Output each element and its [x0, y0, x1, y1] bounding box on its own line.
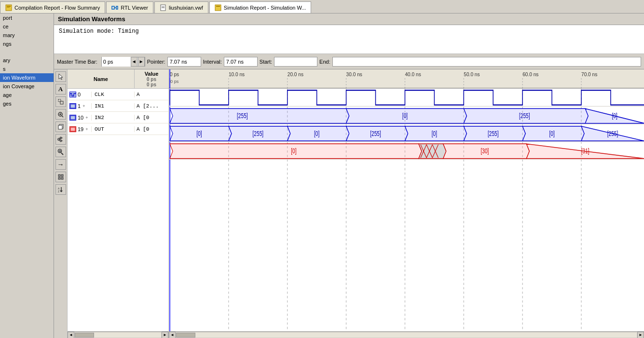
sidebar-item-ges[interactable]: ges [0, 99, 54, 108]
waveform-hscroll[interactable]: ◄ ► [169, 331, 644, 338]
svg-marker-72 [170, 108, 349, 123]
mode-area: Simulation mode: Timing [54, 25, 644, 54]
svg-rect-18 [58, 125, 62, 129]
out-expand[interactable]: + [85, 127, 88, 132]
svg-rect-3 [112, 6, 114, 9]
wave-hscroll-thumb[interactable] [176, 333, 195, 338]
svg-text:[0]: [0] [291, 147, 296, 155]
master-time-bar-label: Master Time Bar: [57, 59, 97, 65]
tab-rtl[interactable]: RTL Viewer [106, 1, 153, 13]
pointer-input[interactable] [167, 57, 201, 67]
sidebar-item-summary[interactable]: mary [0, 31, 54, 40]
content-area: Simulation Waveforms Simulation mode: Ti… [54, 14, 644, 338]
sort-az-btn[interactable]: A Z [55, 184, 66, 195]
arrow-down-btn[interactable]: → [55, 159, 66, 170]
sidebar-item-s[interactable]: s [0, 65, 54, 73]
end-label: End: [319, 59, 330, 65]
signal-row-in2[interactable]: 10 + IN2 A [0 [68, 112, 168, 123]
signal-index-clk: 0 [68, 92, 92, 97]
find-btn[interactable]: ⚙ [55, 147, 66, 157]
vwf-icon [160, 4, 166, 11]
tab-vwf[interactable]: liushuixian.vwf [154, 1, 208, 13]
in2-name: IN2 [92, 115, 135, 121]
out-icon [69, 126, 76, 132]
sidebar-item-ce[interactable]: ce [0, 22, 54, 31]
simulation-icon [215, 4, 221, 11]
hscroll-left-btn[interactable]: ◄ [68, 332, 74, 338]
copy-btn[interactable] [55, 122, 66, 132]
start-label: Start: [260, 59, 272, 65]
svg-text:Z: Z [58, 190, 59, 193]
sidebar-item-ary[interactable]: ary [0, 56, 54, 65]
sidebar-item-coverage[interactable]: ion Coverage [0, 82, 54, 91]
hscroll-right-btn[interactable]: ► [162, 332, 168, 338]
sidebar-item-waveform[interactable]: ion Waveform [0, 73, 54, 82]
in1-expand[interactable]: + [82, 104, 85, 108]
svg-rect-9 [215, 5, 221, 11]
svg-text:60.0 ns: 60.0 ns [522, 72, 538, 77]
tab-compilation[interactable]: Compilation Report - Flow Summary [0, 1, 105, 13]
svg-rect-39 [70, 116, 75, 120]
in1-icon [69, 103, 76, 109]
interval-input[interactable] [224, 57, 258, 67]
interval-label: Interval: [203, 59, 222, 65]
svg-rect-5 [116, 6, 118, 9]
signal-index-in2: 10 + [68, 115, 92, 121]
zoom-in-btn[interactable] [55, 109, 66, 120]
svg-text:[0]: [0] [402, 111, 408, 120]
waveform-display: 0 ps 10.0 ns 20.0 ns 30.0 ns 40.0 ns [169, 69, 644, 338]
signal-index-out: 19 + [68, 126, 92, 132]
grid-btn[interactable] [55, 172, 66, 182]
svg-text:⚙: ⚙ [59, 150, 61, 153]
time-prev-btn[interactable]: ◄ [131, 57, 137, 67]
vertical-toolbar: A [54, 69, 68, 338]
svg-text:50.0 ns: 50.0 ns [464, 72, 480, 77]
selection-tool-btn[interactable] [55, 96, 66, 107]
signal-row-out[interactable]: 19 + OUT A [0 [68, 123, 168, 135]
sim-waveforms-title: Simulation Waveforms [54, 14, 644, 25]
svg-rect-2 [7, 7, 10, 8]
group-btn[interactable] [55, 134, 66, 145]
in2-expand[interactable]: + [85, 115, 88, 120]
end-input[interactable] [332, 57, 641, 67]
signal-rows: 0 CLK A 1 + IN1 [68, 89, 168, 331]
sidebar-item-report[interactable]: port [0, 14, 54, 22]
svg-text:[255]: [255] [370, 129, 381, 137]
tab-simulation[interactable]: Simulation Report - Simulation W... [209, 1, 312, 13]
svg-rect-30 [61, 175, 63, 176]
svg-text:[255]: [255] [488, 129, 499, 137]
svg-text:[255]: [255] [519, 111, 530, 120]
svg-text:30.0 ns: 30.0 ns [346, 72, 362, 77]
signal-header-name-col: Name [68, 69, 135, 88]
svg-line-27 [61, 153, 63, 155]
cursor-tool-btn[interactable] [55, 71, 66, 82]
wave-hscroll-left[interactable]: ◄ [169, 332, 176, 338]
svg-text:0 ps: 0 ps [170, 72, 179, 77]
compilation-icon [5, 4, 12, 11]
svg-text:70.0 ns: 70.0 ns [581, 72, 597, 77]
main-layout: port ce mary ngs ary s ion Waveform ion … [0, 14, 644, 338]
clk-value: A [135, 92, 168, 97]
time-next-btn[interactable]: ► [138, 57, 145, 67]
waveform-waves: [255] [0] [255] [0] [ [169, 89, 644, 331]
signal-panel-hscroll[interactable]: ◄ ► [68, 331, 168, 338]
svg-rect-38 [70, 104, 75, 108]
svg-rect-32 [61, 177, 63, 179]
sidebar-item-age[interactable]: age [0, 91, 54, 99]
in1-value: A [2... [135, 103, 168, 109]
signal-row-in1[interactable]: 1 + IN1 A [2... [68, 100, 168, 112]
master-time-input[interactable] [102, 57, 131, 67]
mode-text: Simulation mode: Timing [59, 28, 139, 35]
start-input[interactable] [274, 57, 317, 67]
svg-text:0 ps: 0 ps [170, 79, 179, 84]
wave-hscroll-right[interactable]: ► [637, 332, 644, 338]
signal-row-clk[interactable]: 0 CLK A [68, 89, 168, 100]
svg-text:[255]: [255] [253, 129, 264, 137]
svg-rect-29 [58, 175, 60, 176]
sidebar-item-ngs[interactable]: ngs [0, 40, 54, 48]
text-tool-btn[interactable]: A [55, 84, 66, 95]
tab-bar: Compilation Report - Flow Summary RTL Vi… [0, 0, 644, 14]
time-ruler-svg: 0 ps 10.0 ns 20.0 ns 30.0 ns 40.0 ns [169, 69, 644, 89]
in1-name: IN1 [92, 103, 135, 109]
hscroll-thumb[interactable] [75, 333, 94, 338]
